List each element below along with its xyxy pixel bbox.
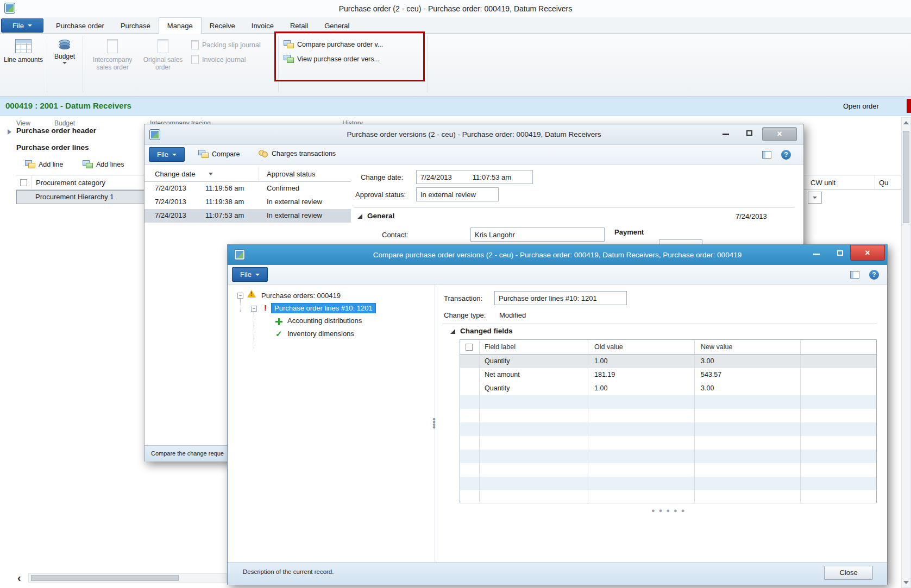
charges-icon — [259, 150, 268, 157]
general-fasttab[interactable]: General — [367, 212, 394, 220]
scrollbar-thumb[interactable] — [31, 575, 179, 581]
chevron-down-icon — [255, 274, 260, 276]
add-line-button[interactable]: Add line — [25, 160, 63, 168]
select-all-checkbox[interactable] — [20, 179, 27, 186]
column-old-value[interactable]: Old value — [588, 340, 695, 354]
intercompany-sales-order-button[interactable]: Intercompany sales order — [87, 39, 138, 71]
changed-fields-fasttab[interactable]: Changed fields — [460, 327, 513, 335]
tab-purchase[interactable]: Purchase — [112, 18, 159, 34]
contact-field[interactable]: Kris Langohr — [470, 227, 605, 242]
table-row[interactable]: Net amount 181.19 543.57 — [460, 368, 876, 382]
scroll-left-icon[interactable]: ‹ — [17, 572, 21, 584]
packing-slip-journal-button[interactable]: Packing slip journal — [191, 40, 277, 49]
compare-statusbar: Description of the current record. Close — [228, 562, 887, 585]
transaction-field[interactable]: Purchase order lines #10: 1201 — [494, 291, 627, 305]
purchase-order-header-section[interactable]: Purchase order header — [16, 127, 96, 135]
add-lines-button[interactable]: Add lines — [83, 160, 124, 168]
document-icon — [107, 39, 118, 53]
column-change-date[interactable]: Change date — [155, 170, 195, 178]
invoice-journal-button[interactable]: Invoice journal — [191, 55, 277, 64]
tree-connector — [240, 299, 241, 312]
versions-row-2[interactable]: 7/24/2013 11:19:38 am In external review — [144, 195, 351, 209]
new-value-cell: 3.00 — [695, 355, 801, 368]
close-button[interactable]: × — [850, 245, 885, 261]
compare-titlebar[interactable]: Compare purchase order versions (2 - ceu… — [228, 245, 887, 265]
file-menu-button[interactable]: File — [1, 18, 43, 33]
column-field-label[interactable]: Field label — [480, 340, 588, 354]
purchase-order-lines-section: Purchase order lines — [16, 143, 89, 151]
compare-windows-icon — [198, 150, 209, 158]
vertical-scrollbar[interactable] — [901, 117, 911, 588]
versions-row-3-selected[interactable]: 7/24/2013 11:07:53 am In external review — [144, 209, 351, 223]
resize-dots-handle[interactable]: ● ● ● ● ● — [651, 507, 686, 514]
table-row-empty[interactable] — [460, 409, 876, 422]
minimize-button[interactable] — [808, 250, 825, 262]
line-amounts-button[interactable]: Line amounts — [3, 39, 43, 64]
approval-status-label: Approval status: — [355, 191, 406, 199]
maximize-button[interactable] — [741, 129, 757, 141]
layout-panel-icon[interactable] — [762, 151, 771, 159]
tree-inventory-item[interactable]: Inventory dimensions — [287, 330, 354, 338]
splitter-handle[interactable]: ●●●● — [432, 418, 436, 428]
payment-section-label: Payment — [614, 228, 644, 236]
fasttab-expanded-icon[interactable] — [450, 329, 455, 334]
cw-unit-combo[interactable] — [808, 192, 822, 204]
column-procurement-category[interactable]: Procurement category — [36, 179, 105, 187]
versions-file-button[interactable]: File — [149, 147, 185, 162]
table-row-empty[interactable] — [460, 422, 876, 436]
change-date-field[interactable]: 7/24/2013 11:07:53 am — [416, 170, 533, 184]
table-row-empty[interactable] — [460, 463, 876, 477]
column-qty[interactable]: Qu — [879, 179, 888, 187]
versions-toolbar: File Compare Charges transactions ? — [144, 145, 803, 165]
changed-fields-table: Field label Old value New value Quantity… — [460, 339, 877, 503]
scrollbar-thumb[interactable] — [903, 131, 909, 223]
budget-button[interactable]: Budget — [49, 39, 80, 64]
table-row-empty[interactable] — [460, 490, 876, 504]
table-row[interactable]: Quantity 1.00 3.00 — [460, 355, 876, 368]
versions-row-1[interactable]: 7/24/2013 11:19:56 am Confirmed — [144, 182, 351, 195]
scroll-up-icon[interactable] — [903, 121, 909, 124]
horizontal-scrollbar[interactable] — [28, 573, 227, 583]
minimize-button[interactable] — [718, 130, 734, 142]
annotation-highlight-rect — [274, 31, 425, 81]
column-approval-status[interactable]: Approval status — [267, 170, 316, 178]
tree-root-label[interactable]: Purchase orders: 000419 — [261, 292, 341, 300]
help-icon[interactable]: ? — [869, 270, 879, 280]
table-row-empty[interactable] — [460, 477, 876, 490]
expand-arrow-icon[interactable] — [8, 129, 11, 135]
versions-title: Purchase order versions (2 - ceu) - Purc… — [144, 124, 803, 145]
fasttab-expanded-icon[interactable] — [357, 214, 362, 219]
record-bar: 000419 : 2001 - Datum Receivers Open ord… — [0, 97, 911, 116]
group-separator — [47, 36, 47, 92]
table-row-empty[interactable] — [460, 436, 876, 450]
tab-manage[interactable]: Manage — [159, 17, 202, 34]
contact-label: Contact: — [382, 231, 408, 239]
tab-receive[interactable]: Receive — [202, 18, 243, 34]
warning-icon: ! — [247, 290, 256, 298]
add-line-label: Add line — [39, 161, 63, 168]
table-row[interactable]: Quantity 1.00 3.00 — [460, 382, 876, 395]
approval-status-field[interactable]: In external review — [416, 187, 499, 201]
layout-panel-icon[interactable] — [850, 271, 859, 279]
close-button[interactable]: × — [762, 127, 797, 141]
contact-value: Kris Langohr — [475, 231, 515, 239]
compare-button[interactable]: Compare — [198, 150, 240, 158]
tree-accounting-item[interactable]: Accounting distributions — [287, 317, 362, 325]
maximize-button[interactable] — [832, 249, 848, 261]
tree-selected-item[interactable]: Purchase order lines #10: 1201 — [271, 303, 376, 313]
table-row-empty[interactable] — [460, 450, 876, 463]
versions-titlebar[interactable]: Purchase order versions (2 - ceu) - Purc… — [144, 124, 803, 145]
table-row-empty[interactable] — [460, 395, 876, 409]
column-new-value[interactable]: New value — [695, 340, 801, 354]
original-sales-order-button[interactable]: Original sales order — [140, 39, 186, 71]
column-cw-unit[interactable]: CW unit — [811, 179, 835, 187]
select-all-checkbox[interactable] — [466, 344, 473, 351]
tree-expander[interactable]: − — [251, 306, 257, 312]
tree-expander[interactable]: − — [237, 293, 243, 299]
charges-transactions-button[interactable]: Charges transactions — [259, 150, 336, 157]
compare-file-button[interactable]: File — [232, 267, 268, 282]
tab-purchase-order[interactable]: Purchase order — [48, 18, 112, 34]
close-dialog-button[interactable]: Close — [824, 566, 873, 580]
help-icon[interactable]: ? — [781, 150, 791, 160]
scroll-down-icon[interactable] — [903, 581, 909, 584]
